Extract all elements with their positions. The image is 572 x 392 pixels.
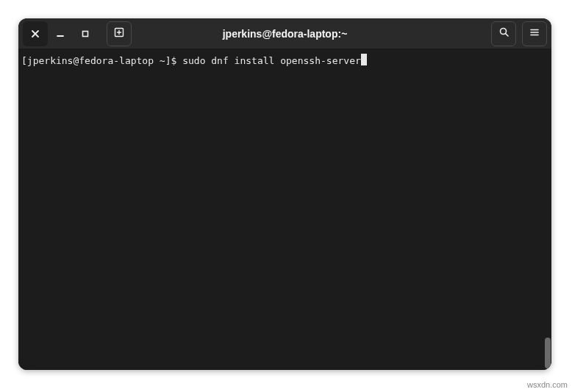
command-text: sudo dnf install openssh-server xyxy=(182,55,361,66)
new-tab-icon xyxy=(113,26,125,41)
terminal-area[interactable]: [jperkins@fedora-laptop ~]$ sudo dnf ins… xyxy=(18,49,551,370)
svg-rect-0 xyxy=(83,31,88,36)
minimize-icon xyxy=(56,29,65,38)
maximize-icon xyxy=(81,29,90,38)
close-button[interactable] xyxy=(23,21,48,46)
search-icon xyxy=(498,26,510,40)
watermark: wsxdn.com xyxy=(527,380,568,389)
terminal-window: jperkins@fedora-laptop:~ [jperkins@fedor… xyxy=(18,18,551,370)
maximize-button[interactable] xyxy=(73,21,98,46)
cursor xyxy=(361,54,367,65)
prompt: [jperkins@fedora-laptop ~]$ xyxy=(21,55,182,66)
new-tab-button[interactable] xyxy=(107,21,132,46)
titlebar-right xyxy=(491,21,547,46)
search-button[interactable] xyxy=(491,21,516,46)
scrollbar-thumb[interactable] xyxy=(545,338,551,368)
minimize-button[interactable] xyxy=(48,21,73,46)
terminal-content[interactable]: [jperkins@fedora-laptop ~]$ sudo dnf ins… xyxy=(18,49,543,370)
hamburger-icon xyxy=(529,27,540,40)
window-controls xyxy=(23,21,132,46)
menu-button[interactable] xyxy=(522,21,547,46)
titlebar: jperkins@fedora-laptop:~ xyxy=(18,18,551,49)
scrollbar[interactable] xyxy=(543,49,551,370)
close-icon xyxy=(31,29,40,38)
